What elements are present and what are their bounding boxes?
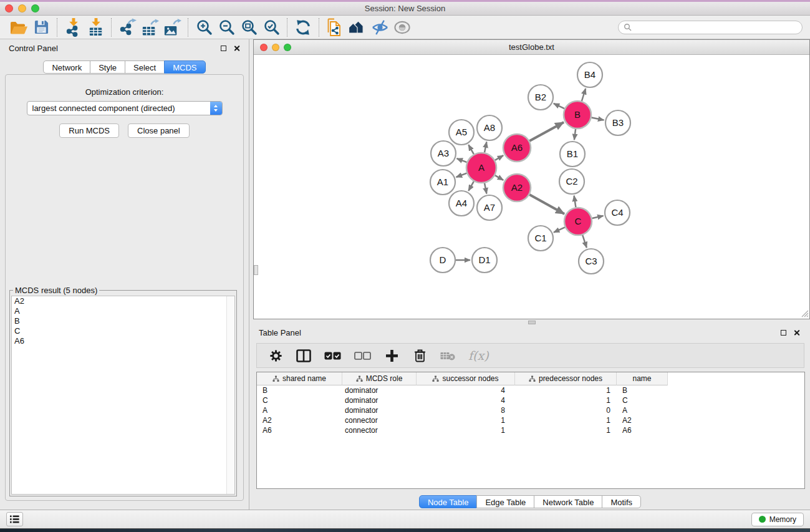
task-history-button[interactable]	[6, 512, 23, 526]
table-settings-button[interactable]	[268, 346, 283, 365]
graph-edge-A-A8[interactable]	[485, 142, 486, 153]
graph-node-A7[interactable]: A7	[477, 195, 502, 220]
tab-edge-table[interactable]: Edge Table	[476, 495, 534, 508]
panel-grip[interactable]	[254, 265, 258, 275]
memory-button[interactable]: Memory	[751, 513, 804, 526]
graph-node-D[interactable]: D	[430, 248, 455, 273]
network-from-document-button[interactable]	[324, 17, 346, 37]
zoom-in-button[interactable]	[193, 17, 215, 37]
optimization-criterion-select[interactable]: largest connected component (directed)	[27, 101, 223, 115]
tab-node-table[interactable]: Node Table	[419, 495, 478, 508]
graph-edge-B-B3[interactable]	[592, 118, 604, 120]
graph-edge-A-A7[interactable]	[485, 183, 486, 194]
graph-node-C[interactable]: C	[564, 208, 592, 235]
tab-network-table[interactable]: Network Table	[534, 495, 602, 508]
column-header-predecessor-nodes[interactable]: predecessor nodes	[515, 372, 617, 385]
hide-details-button[interactable]	[369, 17, 391, 37]
graph-edge-C-C4[interactable]	[592, 216, 604, 218]
table-row[interactable]: Adominator80A	[257, 405, 804, 415]
graph-node-C1[interactable]: C1	[528, 226, 553, 251]
resize-grip-icon[interactable]	[801, 309, 809, 317]
tab-motifs[interactable]: Motifs	[602, 495, 641, 508]
graph-node-B[interactable]: B	[564, 101, 591, 128]
graph-edge-A-A5[interactable]	[468, 145, 474, 154]
delete-column-button[interactable]	[412, 346, 427, 365]
graph-edge-A-A2[interactable]	[495, 175, 503, 180]
graph-edge-A-A6[interactable]	[495, 155, 503, 160]
graph-node-A4[interactable]: A4	[449, 191, 474, 216]
zoom-out-button[interactable]	[215, 17, 238, 37]
export-table-button[interactable]	[138, 17, 161, 37]
mcds-result-item[interactable]: C	[12, 326, 234, 336]
graph-edge-B-B2[interactable]	[554, 104, 564, 109]
network-canvas[interactable]: B4B2BB3A5A8A6B1A3AC2A1A2A4A7C4CC1C3DD1	[254, 55, 809, 318]
import-network-button[interactable]	[62, 17, 84, 37]
graph-edge-A-A3[interactable]	[457, 158, 467, 162]
function-builder-button[interactable]: f(x)	[468, 346, 489, 365]
float-table-panel-icon[interactable]	[781, 330, 786, 336]
graph-node-A3[interactable]: A3	[431, 141, 456, 166]
graph-edge-A-A4[interactable]	[468, 181, 474, 191]
column-header-name[interactable]: name	[617, 372, 668, 385]
graph-node-A1[interactable]: A1	[430, 170, 455, 195]
tab-mcds[interactable]: MCDS	[164, 60, 205, 74]
graph-node-A5[interactable]: A5	[449, 120, 474, 145]
tab-style[interactable]: Style	[90, 60, 125, 74]
export-image-button[interactable]	[161, 17, 183, 37]
graph-node-A6[interactable]: A6	[503, 134, 531, 162]
save-session-button[interactable]	[30, 17, 52, 37]
graph-edge-A6-B[interactable]	[529, 122, 564, 141]
graph-node-A2[interactable]: A2	[503, 174, 531, 201]
mcds-result-list[interactable]: A2ABCA6	[11, 296, 235, 495]
show-details-button[interactable]	[391, 17, 413, 37]
search-input[interactable]	[635, 22, 797, 32]
mcds-result-item[interactable]: A2	[12, 296, 234, 306]
scrollbar-track[interactable]	[226, 296, 234, 494]
graph-edge-C-C2[interactable]	[574, 196, 576, 208]
delete-table-button[interactable]	[440, 346, 455, 365]
graph-node-C3[interactable]: C3	[579, 249, 604, 274]
table-row[interactable]: Cdominator41C	[257, 395, 804, 405]
graph-node-A[interactable]: A	[466, 153, 496, 183]
graph-edge-C-C1[interactable]	[554, 227, 565, 232]
graph-node-C4[interactable]: C4	[605, 200, 630, 225]
mcds-result-item[interactable]: B	[12, 316, 234, 326]
table-row[interactable]: Bdominator41B	[257, 385, 804, 395]
search-field[interactable]	[618, 21, 803, 34]
zoom-selected-button[interactable]	[260, 17, 282, 37]
mcds-result-item[interactable]: A6	[12, 336, 234, 346]
column-header-shared-name[interactable]: shared name	[257, 372, 342, 385]
zoom-fit-button[interactable]	[238, 17, 260, 37]
import-table-button[interactable]	[84, 17, 107, 37]
refresh-button[interactable]	[292, 17, 314, 37]
float-panel-icon[interactable]	[221, 46, 226, 51]
close-table-panel-icon[interactable]	[793, 329, 800, 336]
graph-edge-A2-C[interactable]	[529, 195, 564, 214]
export-network-button[interactable]	[116, 17, 138, 37]
split-columns-button[interactable]	[296, 346, 311, 365]
close-panel-icon[interactable]	[233, 45, 240, 52]
graph-node-B4[interactable]: B4	[577, 62, 602, 87]
graph-edge-B-B4[interactable]	[582, 89, 586, 101]
tab-network[interactable]: Network	[43, 60, 90, 74]
open-session-button[interactable]	[7, 17, 30, 37]
graph-edge-A-A1[interactable]	[456, 173, 467, 177]
tab-select[interactable]: Select	[125, 60, 165, 74]
run-mcds-button[interactable]: Run MCDS	[59, 123, 119, 138]
select-all-button[interactable]	[324, 346, 341, 365]
graph-node-B2[interactable]: B2	[528, 85, 553, 110]
graph-node-C2[interactable]: C2	[559, 169, 584, 194]
add-column-button[interactable]	[384, 346, 399, 365]
graph-edge-B-B1[interactable]	[574, 129, 576, 140]
column-header-successor-nodes[interactable]: successor nodes	[417, 372, 515, 385]
home-button[interactable]	[346, 17, 369, 37]
column-header-MCDS-role[interactable]: MCDS role	[342, 372, 417, 385]
close-panel-button[interactable]: Close panel	[128, 123, 190, 138]
graph-node-B1[interactable]: B1	[560, 142, 585, 167]
graph-edge-C-C3[interactable]	[582, 235, 587, 248]
graph-node-A8[interactable]: A8	[477, 115, 502, 140]
mcds-result-item[interactable]: A	[12, 306, 234, 316]
deselect-all-button[interactable]	[354, 346, 371, 365]
table-row[interactable]: A2connector11A2	[257, 415, 804, 425]
graph-node-B3[interactable]: B3	[605, 110, 630, 135]
